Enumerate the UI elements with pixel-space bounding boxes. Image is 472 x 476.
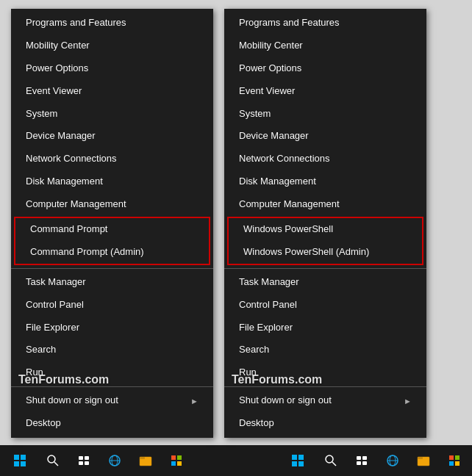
explorer-icon-left bbox=[139, 454, 152, 467]
left-disk-management[interactable]: Disk Management bbox=[11, 170, 213, 193]
svg-rect-4 bbox=[79, 461, 83, 465]
svg-rect-10 bbox=[140, 457, 145, 459]
explorer-button-left[interactable] bbox=[131, 446, 160, 475]
svg-rect-26 bbox=[449, 455, 454, 460]
task-view-icon-right bbox=[356, 455, 368, 466]
left-control-panel[interactable]: Control Panel bbox=[11, 294, 213, 317]
svg-rect-19 bbox=[357, 461, 361, 465]
store-button-right[interactable] bbox=[440, 446, 469, 475]
ie-button-left[interactable] bbox=[100, 446, 129, 475]
task-view-button-left[interactable] bbox=[69, 446, 99, 475]
right-search[interactable]: Search bbox=[224, 339, 426, 361]
right-menu: Programs and Features Mobility Center Po… bbox=[224, 9, 426, 438]
left-divider-1 bbox=[11, 268, 213, 269]
svg-rect-13 bbox=[171, 461, 176, 466]
right-network-connections[interactable]: Network Connections bbox=[224, 148, 426, 170]
left-power-options[interactable]: Power Options bbox=[11, 57, 213, 80]
right-windows-powershell-admin[interactable]: Windows PowerShell (Admin) bbox=[229, 241, 422, 264]
right-device-manager[interactable]: Device Manager bbox=[224, 125, 426, 148]
left-command-prompt[interactable]: Command Prompt bbox=[15, 218, 209, 241]
search-button-left[interactable] bbox=[38, 446, 68, 475]
left-file-explorer[interactable]: File Explorer bbox=[11, 317, 213, 339]
left-search[interactable]: Search bbox=[11, 339, 213, 361]
svg-line-16 bbox=[332, 462, 336, 466]
left-menu: Programs and Features Mobility Center Po… bbox=[11, 9, 213, 438]
explorer-button-right[interactable] bbox=[409, 446, 438, 475]
store-icon-right bbox=[448, 454, 461, 467]
right-file-explorer[interactable]: File Explorer bbox=[224, 317, 426, 339]
right-windows-powershell[interactable]: Windows PowerShell bbox=[229, 218, 422, 241]
store-button-left[interactable] bbox=[162, 446, 191, 475]
store-icon-left bbox=[170, 454, 183, 467]
windows-logo-right bbox=[292, 455, 304, 466]
right-control-panel[interactable]: Control Panel bbox=[224, 294, 426, 317]
svg-rect-3 bbox=[85, 456, 89, 460]
right-shutdown[interactable]: Shut down or sign out ► bbox=[224, 389, 426, 412]
left-task-manager[interactable]: Task Manager bbox=[11, 271, 213, 294]
right-programs-features[interactable]: Programs and Features bbox=[224, 12, 426, 35]
svg-rect-27 bbox=[455, 455, 460, 460]
left-event-viewer[interactable]: Event Viewer bbox=[11, 80, 213, 103]
left-shutdown-arrow: ► bbox=[190, 396, 199, 406]
task-view-button-right[interactable] bbox=[347, 446, 376, 475]
left-shutdown[interactable]: Shut down or sign out ► bbox=[11, 389, 213, 412]
right-divider-2 bbox=[224, 386, 426, 387]
right-power-options[interactable]: Power Options bbox=[224, 57, 426, 80]
search-button-right[interactable] bbox=[316, 446, 346, 475]
right-system[interactable]: System bbox=[224, 103, 426, 126]
svg-point-15 bbox=[326, 455, 333, 463]
left-panel: Programs and Features Mobility Center Po… bbox=[11, 9, 213, 438]
right-event-viewer[interactable]: Event Viewer bbox=[224, 80, 426, 103]
ie-icon-right bbox=[386, 454, 399, 467]
svg-rect-20 bbox=[362, 461, 367, 465]
left-shutdown-label: Shut down or sign out bbox=[26, 394, 118, 407]
svg-rect-5 bbox=[85, 461, 89, 465]
right-shutdown-arrow: ► bbox=[404, 396, 412, 406]
right-computer-management[interactable]: Computer Management bbox=[224, 193, 426, 216]
left-computer-management[interactable]: Computer Management bbox=[11, 193, 213, 216]
ie-button-right[interactable] bbox=[378, 446, 407, 475]
task-view-icon-left bbox=[78, 455, 90, 466]
left-network-connections[interactable]: Network Connections bbox=[11, 148, 213, 170]
right-desktop[interactable]: Desktop bbox=[224, 412, 426, 435]
right-run[interactable]: Run bbox=[224, 361, 426, 384]
left-divider-2 bbox=[11, 386, 213, 387]
windows-logo-left bbox=[14, 455, 26, 466]
right-divider-1 bbox=[224, 268, 426, 269]
svg-point-0 bbox=[48, 455, 55, 463]
svg-rect-25 bbox=[418, 457, 423, 459]
svg-rect-11 bbox=[171, 455, 176, 460]
svg-rect-29 bbox=[455, 461, 460, 466]
svg-line-1 bbox=[54, 462, 58, 466]
search-icon-left bbox=[47, 455, 59, 466]
svg-rect-18 bbox=[362, 456, 367, 460]
left-mobility-center[interactable]: Mobility Center bbox=[11, 35, 213, 57]
left-device-manager[interactable]: Device Manager bbox=[11, 125, 213, 148]
left-desktop[interactable]: Desktop bbox=[11, 412, 213, 435]
svg-rect-2 bbox=[79, 456, 83, 460]
left-programs-features[interactable]: Programs and Features bbox=[11, 12, 213, 35]
svg-rect-17 bbox=[357, 456, 361, 460]
svg-rect-28 bbox=[449, 461, 454, 466]
right-disk-management[interactable]: Disk Management bbox=[224, 170, 426, 193]
search-icon-right bbox=[325, 455, 337, 466]
ie-icon-left bbox=[108, 454, 121, 467]
right-panel: Programs and Features Mobility Center Po… bbox=[224, 9, 426, 438]
right-shutdown-label: Shut down or sign out bbox=[239, 394, 332, 407]
right-mobility-center[interactable]: Mobility Center bbox=[224, 35, 426, 57]
explorer-icon-right bbox=[417, 454, 430, 467]
left-run[interactable]: Run bbox=[11, 361, 213, 384]
left-command-prompt-admin[interactable]: Command Prompt (Admin) bbox=[15, 241, 209, 264]
left-system[interactable]: System bbox=[11, 103, 213, 126]
svg-rect-12 bbox=[177, 455, 182, 460]
svg-rect-14 bbox=[177, 461, 182, 466]
start-button-right[interactable] bbox=[281, 446, 315, 475]
start-button-left[interactable] bbox=[3, 446, 37, 475]
right-task-manager[interactable]: Task Manager bbox=[224, 271, 426, 294]
taskbar bbox=[0, 445, 472, 476]
